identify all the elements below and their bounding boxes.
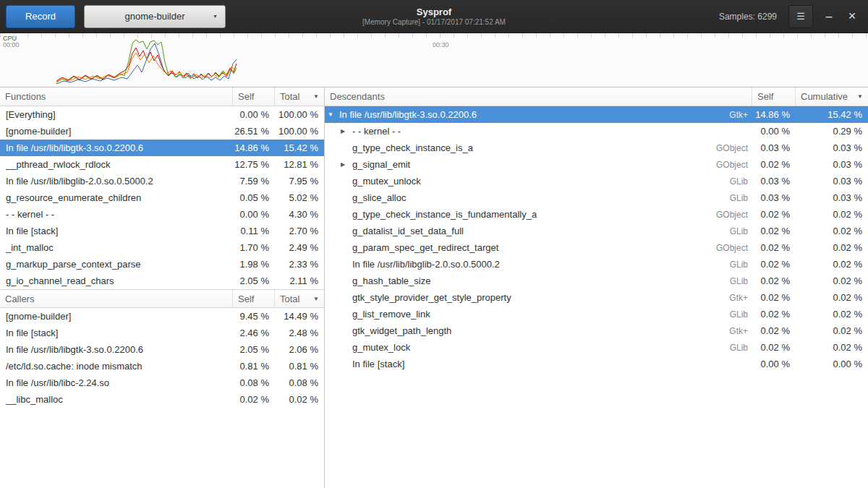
expander-icon[interactable]: ▶ bbox=[341, 161, 352, 168]
descendant-row[interactable]: g_mutex_lockGLib0.02 %0.02 % bbox=[325, 339, 868, 356]
descendant-row[interactable]: g_list_remove_linkGLib0.02 %0.02 % bbox=[325, 306, 868, 322]
function-row[interactable]: [gnome-builder]26.51 %100.00 % bbox=[0, 123, 324, 140]
descendant-row[interactable]: ▶- - kernel - -0.00 %0.29 % bbox=[325, 123, 868, 140]
cell-function-name: _int_malloc bbox=[0, 242, 233, 253]
function-row[interactable]: g_io_channel_read_chars2.05 %2.11 % bbox=[0, 273, 324, 289]
close-button[interactable]: × bbox=[842, 7, 862, 27]
cell-function-name: In file /usr/lib/libgtk-3.so.0.2200.6 bbox=[0, 142, 233, 153]
caller-row[interactable]: __libc_malloc0.02 %0.02 % bbox=[0, 391, 324, 408]
callers-self-column-header[interactable]: Self bbox=[233, 290, 275, 307]
descendant-row[interactable]: In file /usr/lib/libglib-2.0.so.0.5000.2… bbox=[325, 256, 868, 273]
descendant-row[interactable]: g_type_check_instance_is_fundamentally_a… bbox=[325, 206, 868, 223]
cell-cumulative-percent: 0.00 % bbox=[796, 359, 868, 369]
cell-category: GObject bbox=[694, 243, 752, 253]
descendant-name-label: g_type_check_instance_is_fundamentally_a bbox=[352, 209, 537, 220]
hamburger-menu-button[interactable]: ☰ bbox=[788, 5, 813, 28]
function-row[interactable]: - - kernel - -0.00 %4.30 % bbox=[0, 206, 324, 223]
descendant-row[interactable]: ▶g_signal_emitGObject0.02 %0.03 % bbox=[325, 156, 868, 173]
descendant-row[interactable]: In file [stack]0.00 %0.00 % bbox=[325, 356, 868, 372]
cell-function-name: g_param_spec_get_redirect_target bbox=[325, 242, 694, 253]
cell-self-percent: 0.11 % bbox=[233, 226, 275, 236]
cell-function-name: __pthread_rwlock_rdlock bbox=[0, 159, 233, 170]
callers-column-header[interactable]: Callers bbox=[0, 290, 233, 307]
descendant-row[interactable]: g_type_check_instance_is_aGObject0.03 %0… bbox=[325, 140, 868, 156]
minimize-button[interactable]: – bbox=[819, 7, 839, 27]
descendant-name-label: g_type_check_instance_is_a bbox=[352, 142, 473, 153]
expander-icon[interactable]: ▼ bbox=[328, 111, 339, 118]
sort-descending-icon: ▼ bbox=[309, 296, 319, 302]
caller-row[interactable]: In file [stack]2.46 %2.48 % bbox=[0, 325, 324, 341]
cell-function-name: [Everything] bbox=[0, 109, 233, 120]
cpu-timeline[interactable]: CPU 00:00 00:30 bbox=[0, 33, 868, 87]
cell-cumulative-percent: 0.02 % bbox=[796, 242, 868, 253]
descendant-row[interactable]: g_slice_allocGLib0.03 %0.03 % bbox=[325, 189, 868, 206]
descendants-cumulative-column-header[interactable]: Cumulative ▼ bbox=[796, 87, 868, 106]
function-row[interactable]: [Everything]0.00 %100.00 % bbox=[0, 106, 324, 123]
caller-row[interactable]: /etc/ld.so.cache: inode mismatch0.81 %0.… bbox=[0, 358, 324, 374]
cell-total-percent: 14.49 % bbox=[275, 311, 324, 322]
cell-category: GLib bbox=[694, 176, 752, 187]
caller-row[interactable]: In file /usr/lib/libc-2.24.so0.08 %0.08 … bbox=[0, 374, 324, 391]
cell-self-percent: 0.05 % bbox=[233, 192, 275, 203]
caller-row[interactable]: In file /usr/lib/libgtk-3.so.0.2200.62.0… bbox=[0, 341, 324, 358]
cell-cumulative-percent: 0.02 % bbox=[796, 309, 868, 320]
timeline-start-label: 00:00 bbox=[3, 41, 20, 48]
function-row[interactable]: g_markup_parse_context_parse1.98 %2.33 % bbox=[0, 256, 324, 273]
functions-table-header: Functions Self Total ▼ bbox=[0, 87, 324, 106]
cell-function-name: In file /usr/lib/libgtk-3.so.0.2200.6 bbox=[0, 344, 233, 355]
functions-column-header[interactable]: Functions bbox=[0, 87, 233, 106]
right-pane: Descendants Self Cumulative ▼ ▼In file /… bbox=[325, 87, 868, 488]
descendant-row[interactable]: g_param_spec_get_redirect_targetGObject0… bbox=[325, 239, 868, 256]
cell-function-name: g_mutex_lock bbox=[325, 342, 694, 353]
descendant-row[interactable]: g_datalist_id_set_data_fullGLib0.02 %0.0… bbox=[325, 223, 868, 239]
functions-self-column-header[interactable]: Self bbox=[233, 87, 275, 106]
descendant-row[interactable]: g_hash_table_sizeGLib0.02 %0.02 % bbox=[325, 273, 868, 289]
window-subtitle: [Memory Capture] - 01/17/2017 07:21:52 A… bbox=[362, 18, 506, 27]
cell-function-name: g_mutex_unlock bbox=[325, 176, 694, 187]
function-row[interactable]: In file /usr/lib/libglib-2.0.so.0.5000.2… bbox=[0, 173, 324, 189]
descendants-column-header[interactable]: Descendants bbox=[325, 87, 752, 106]
cell-function-name: g_datalist_id_set_data_full bbox=[325, 226, 694, 236]
caller-row[interactable]: [gnome-builder]9.45 %14.49 % bbox=[0, 308, 324, 325]
function-row[interactable]: In file /usr/lib/libgtk-3.so.0.2200.614.… bbox=[0, 140, 324, 156]
descendant-row[interactable]: g_mutex_unlockGLib0.03 %0.03 % bbox=[325, 173, 868, 189]
cell-function-name: g_list_remove_link bbox=[325, 309, 694, 320]
cell-self-percent: 0.02 % bbox=[752, 159, 796, 170]
descendant-name-label: gtk_widget_path_length bbox=[352, 325, 451, 336]
functions-table: [Everything]0.00 %100.00 %[gnome-builder… bbox=[0, 106, 324, 289]
cell-category: GObject bbox=[694, 160, 752, 170]
process-selector-dropdown[interactable]: gnome-builder ▼ bbox=[84, 5, 226, 28]
cell-self-percent: 0.81 % bbox=[233, 361, 275, 372]
callers-total-column-header[interactable]: Total ▼ bbox=[275, 290, 324, 307]
descendants-self-column-header[interactable]: Self bbox=[752, 87, 796, 106]
cell-total-percent: 100.00 % bbox=[275, 109, 324, 120]
cell-function-name: g_type_check_instance_is_a bbox=[325, 142, 694, 153]
descendant-row[interactable]: ▼In file /usr/lib/libgtk-3.so.0.2200.6Gt… bbox=[325, 106, 868, 123]
descendant-row[interactable]: gtk_widget_path_lengthGtk+0.02 %0.02 % bbox=[325, 322, 868, 339]
cell-cumulative-percent: 0.03 % bbox=[796, 192, 868, 203]
sort-descending-icon: ▼ bbox=[309, 93, 319, 100]
function-row[interactable]: __pthread_rwlock_rdlock12.75 %12.81 % bbox=[0, 156, 324, 173]
function-row[interactable]: g_resource_enumerate_children0.05 %5.02 … bbox=[0, 189, 324, 206]
cell-category: GLib bbox=[694, 226, 752, 236]
cell-cumulative-percent: 0.03 % bbox=[796, 142, 868, 153]
cell-category: GLib bbox=[694, 309, 752, 320]
cell-function-name: ▶- - kernel - - bbox=[325, 126, 694, 137]
cell-self-percent: 14.86 % bbox=[752, 109, 796, 120]
cell-category: Gtk+ bbox=[694, 110, 752, 120]
cell-function-name: - - kernel - - bbox=[0, 209, 233, 220]
cell-total-percent: 2.48 % bbox=[275, 328, 324, 338]
functions-total-column-header[interactable]: Total ▼ bbox=[275, 87, 324, 106]
descendants-cumulative-label: Cumulative bbox=[801, 91, 848, 102]
profile-panes: Functions Self Total ▼ [Everything]0.00 … bbox=[0, 87, 868, 488]
cell-total-percent: 2.70 % bbox=[275, 226, 324, 236]
descendant-name-label: g_mutex_unlock bbox=[352, 176, 421, 187]
descendant-row[interactable]: gtk_style_provider_get_style_propertyGtk… bbox=[325, 289, 868, 306]
descendant-name-label: g_signal_emit bbox=[352, 159, 410, 170]
cell-cumulative-percent: 0.29 % bbox=[796, 126, 868, 137]
expander-icon[interactable]: ▶ bbox=[341, 128, 352, 134]
record-button[interactable]: Record bbox=[6, 5, 75, 28]
function-row[interactable]: In file [stack]0.11 %2.70 % bbox=[0, 223, 324, 239]
cell-self-percent: 0.00 % bbox=[233, 109, 275, 120]
function-row[interactable]: _int_malloc1.70 %2.49 % bbox=[0, 239, 324, 256]
